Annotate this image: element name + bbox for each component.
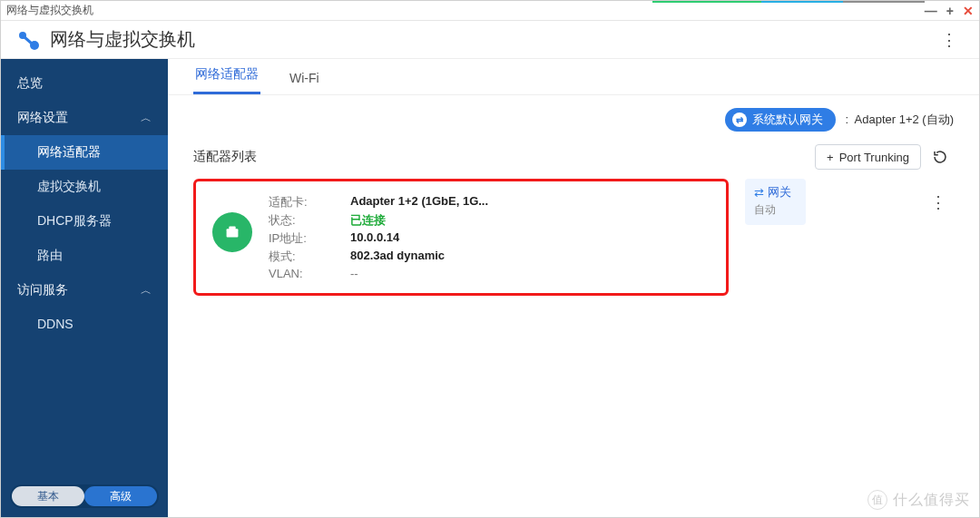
- tab-adapter[interactable]: 网络适配器: [193, 66, 260, 94]
- sidebar-item-label: 虚拟交换机: [37, 179, 101, 195]
- field-label-mode: 模式:: [269, 249, 350, 265]
- window-maximize-icon[interactable]: +: [946, 4, 954, 18]
- field-value-ip: 10.0.0.14: [350, 230, 488, 247]
- list-title: 适配器列表: [193, 149, 257, 165]
- sidebar-group-access[interactable]: 访问服务 ︿: [1, 273, 168, 308]
- gateway-icon: ⇄: [732, 112, 747, 127]
- sidebar-group-network-label: 网络设置: [17, 110, 68, 126]
- gateway-value-label: : Adapter 1+2 (自动): [845, 112, 954, 128]
- adapter-status-icon: [212, 212, 252, 252]
- plus-icon: +: [827, 151, 834, 164]
- tabs: 网络适配器 Wi-Fi: [168, 59, 979, 95]
- adapter-fields: 适配卡: Adapter 1+2 (1GbE, 1G... 状态: 已连接 IP…: [269, 194, 488, 280]
- refresh-button[interactable]: [926, 144, 954, 170]
- row-more-icon[interactable]: ⋮: [923, 189, 954, 216]
- mode-toggle[interactable]: 基本 高级: [10, 484, 159, 508]
- sidebar: 总览 网络设置 ︿ 网络适配器 虚拟交换机 DHCP服务器 路由 访问服务 ︿ …: [1, 59, 168, 517]
- app-header: 网络与虚拟交换机 ⋮: [1, 21, 979, 59]
- sidebar-item-overview[interactable]: 总览: [1, 66, 168, 101]
- sidebar-group-network[interactable]: 网络设置 ︿: [1, 101, 168, 135]
- mode-basic[interactable]: 基本: [12, 486, 84, 506]
- mode-advanced[interactable]: 高级: [84, 486, 157, 506]
- sidebar-item-label: 路由: [37, 248, 63, 264]
- toolbar: ⇄ 系统默认网关 : Adapter 1+2 (自动): [168, 95, 979, 139]
- field-value-vlan: --: [350, 267, 488, 280]
- sidebar-group-access-label: 访问服务: [17, 282, 68, 298]
- header-more-icon[interactable]: ⋮: [934, 26, 965, 54]
- gateway-tag-sub: 自动: [754, 202, 791, 218]
- chevron-up-icon: ︿: [141, 283, 152, 298]
- field-label-ip: IP地址:: [269, 230, 350, 247]
- list-header: 适配器列表 + Port Trunking: [168, 139, 979, 179]
- app-title: 网络与虚拟交换机: [50, 27, 195, 52]
- svg-rect-3: [229, 227, 235, 231]
- field-label-vlan: VLAN:: [269, 267, 350, 280]
- gateway-tag-icon: ⇄: [754, 186, 764, 200]
- field-value-adapter: Adapter 1+2 (1GbE, 1G...: [350, 194, 488, 210]
- sidebar-label-overview: 总览: [17, 75, 43, 92]
- window-title: 网络与虚拟交换机: [6, 3, 93, 18]
- refresh-icon: [932, 149, 948, 165]
- sidebar-item-label: DHCP服务器: [37, 213, 112, 230]
- main-panel: 网络适配器 Wi-Fi ⇄ 系统默认网关 : Adapter 1+2 (自动) …: [168, 59, 979, 517]
- adapter-card[interactable]: 适配卡: Adapter 1+2 (1GbE, 1G... 状态: 已连接 IP…: [200, 185, 722, 289]
- tab-wifi[interactable]: Wi-Fi: [288, 71, 321, 94]
- gateway-tag[interactable]: ⇄网关 自动: [745, 179, 806, 225]
- field-value-mode: 802.3ad dynamic: [350, 249, 488, 265]
- sidebar-item-vswitch[interactable]: 虚拟交换机: [1, 170, 168, 204]
- sidebar-item-adapter[interactable]: 网络适配器: [1, 135, 168, 170]
- chevron-up-icon: ︿: [141, 111, 152, 126]
- sidebar-item-label: 网络适配器: [37, 144, 101, 161]
- field-label-adapter: 适配卡:: [269, 194, 350, 210]
- sidebar-item-dhcp[interactable]: DHCP服务器: [1, 204, 168, 239]
- window-minimize-icon[interactable]: —: [925, 4, 937, 18]
- app-logo-icon: [15, 27, 41, 53]
- field-value-status: 已连接: [350, 212, 488, 229]
- adapter-card-highlight: 适配卡: Adapter 1+2 (1GbE, 1G... 状态: 已连接 IP…: [193, 179, 729, 296]
- field-label-status: 状态:: [269, 212, 350, 229]
- sidebar-item-ddns[interactable]: DDNS: [1, 308, 168, 340]
- sidebar-item-route[interactable]: 路由: [1, 239, 168, 273]
- sidebar-item-label: DDNS: [37, 317, 74, 331]
- system-default-gateway-button[interactable]: ⇄ 系统默认网关: [725, 108, 836, 132]
- adapter-side-info: ⇄网关 自动 ⋮: [745, 179, 954, 225]
- window-titlebar: 网络与虚拟交换机 — + ✕: [1, 1, 979, 21]
- port-trunking-button[interactable]: + Port Trunking: [815, 144, 921, 170]
- window-close-icon[interactable]: ✕: [963, 4, 974, 18]
- titlebar-accent: [652, 1, 925, 3]
